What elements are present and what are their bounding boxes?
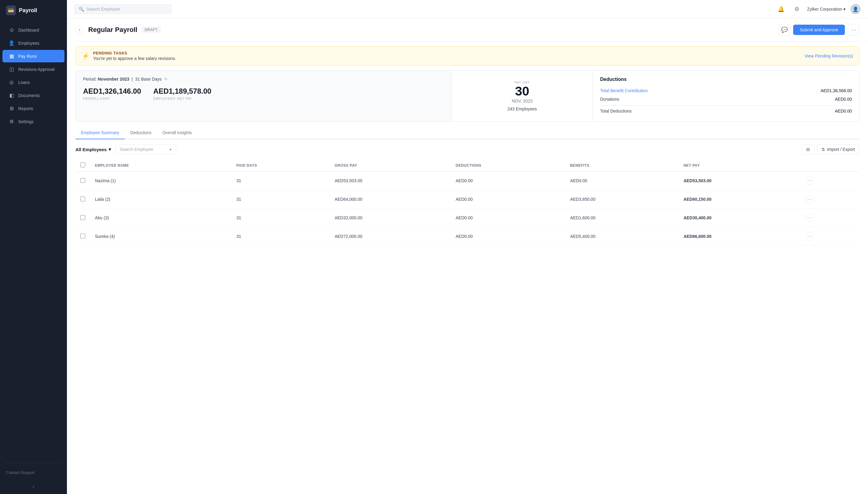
pending-content: PENDING TASKS You're yet to approve a fe…	[93, 51, 176, 61]
row-checkbox-3[interactable]	[80, 234, 85, 239]
import-export-button[interactable]: ⇅ Import / Export	[817, 144, 860, 154]
sidebar-item-dashboard[interactable]: ⊙ Dashboard	[2, 24, 64, 36]
sidebar-item-label: Documents	[18, 93, 40, 98]
sidebar-item-label: Reports	[18, 106, 33, 111]
sidebar-divider	[5, 463, 62, 463]
row-benefits: AED0.00	[565, 172, 679, 190]
row-action-button[interactable]: ⋯	[805, 195, 814, 204]
row-paid-days: 31	[231, 209, 330, 227]
row-action-cell: ⋯	[800, 172, 860, 190]
row-deductions: AED0.00	[451, 209, 565, 227]
row-action-button[interactable]: ⋯	[805, 176, 814, 185]
search-box[interactable]: 🔍 Search Employee	[74, 4, 172, 14]
row-action-button[interactable]: ⋯	[805, 213, 814, 222]
employee-table-body: Nazima (1) 31 AED53,503.00 AED0.00 AED0.…	[75, 172, 860, 246]
employee-table: EMPLOYEE NAME PAID DAYS GROSS PAY DEDUCT…	[75, 159, 860, 246]
row-action-cell: ⋯	[800, 227, 860, 246]
filter-button[interactable]: ⊟	[802, 144, 814, 154]
tab-overall-insights[interactable]: Overall Insights	[157, 127, 197, 139]
row-employee-name: Sureka (4)	[90, 227, 231, 246]
status-badge: DRAFT	[141, 27, 161, 33]
notifications-button[interactable]: 🔔	[775, 4, 787, 15]
select-all-checkbox[interactable]	[80, 163, 85, 167]
sidebar-item-label: Pay Runs	[18, 54, 37, 59]
col-benefits: BENEFITS	[565, 159, 679, 172]
sidebar-item-reports[interactable]: ⊞ Reports	[2, 102, 64, 115]
sidebar-item-documents[interactable]: ◧ Documents	[2, 89, 64, 101]
back-button[interactable]: ‹	[75, 25, 84, 34]
toolbar-right-actions: ⊟ ⇅ Import / Export	[802, 144, 860, 154]
col-gross-pay: GROSS PAY	[330, 159, 451, 172]
avatar[interactable]: 👤	[850, 4, 861, 14]
tabs: Employee Summary Deductions Overall Insi…	[75, 127, 860, 139]
page-header: ‹ Regular Payroll DRAFT 💬 Submit and App…	[67, 19, 868, 41]
row-benefits: AED3,850.00	[565, 190, 679, 209]
sidebar-item-employees[interactable]: 👤 Employees	[2, 37, 64, 49]
topbar: 🔍 Search Employee 🔔 ⚙ Zylker Corporation…	[67, 0, 868, 19]
sidebar-item-loans[interactable]: ◎ Loans	[2, 76, 64, 89]
donations-value: AED0.00	[835, 97, 852, 101]
row-employee-name: Abu (3)	[90, 209, 231, 227]
settings-button[interactable]: ⚙	[791, 4, 802, 15]
filter-label: All Employees	[75, 147, 107, 152]
row-gross-pay: AED32,000.00	[330, 209, 451, 227]
contact-support[interactable]: Contact Support	[0, 466, 67, 479]
all-employees-filter[interactable]: All Employees ▾	[75, 147, 111, 152]
employees-icon: 👤	[8, 40, 15, 46]
submit-approve-button[interactable]: Submit and Approve	[793, 25, 845, 35]
more-options-button[interactable]: ⋯	[848, 24, 860, 36]
loans-icon: ◎	[8, 79, 15, 85]
payroll-cost-label: PAYROLL COST	[83, 97, 141, 100]
sidebar-item-revisions-approval[interactable]: ◫ Revisions Approval	[2, 63, 64, 75]
comment-button[interactable]: 💬	[778, 24, 790, 36]
sidebar-item-label: Settings	[18, 119, 34, 124]
row-checkbox-2[interactable]	[80, 215, 85, 220]
row-gross-pay: AED53,503.00	[330, 172, 451, 190]
total-benefit-value: AED1,36,568.00	[820, 88, 852, 93]
tab-employee-summary[interactable]: Employee Summary	[75, 127, 125, 139]
sidebar-item-settings[interactable]: ⚙ Settings	[2, 115, 64, 128]
row-checkbox-0[interactable]	[80, 178, 85, 183]
table-header-row: EMPLOYEE NAME PAID DAYS GROSS PAY DEDUCT…	[75, 159, 860, 172]
view-pending-revisions-link[interactable]: View Pending Revision(s)	[805, 54, 853, 58]
row-action-button[interactable]: ⋯	[805, 232, 814, 241]
row-checkbox-cell	[75, 172, 90, 190]
dashboard-icon: ⊙	[8, 27, 15, 33]
pay-day-number: 30	[515, 84, 529, 98]
app-logo: 💳 Payroll	[0, 0, 67, 21]
row-gross-pay: AED72,000.00	[330, 227, 451, 246]
net-pay-label: EMPLOYEES' NET PAY	[153, 97, 211, 100]
row-checkbox-1[interactable]	[80, 196, 85, 202]
net-pay-metric: AED1,189,578.00 EMPLOYEES' NET PAY	[153, 87, 211, 100]
deduction-row-benefit: Total Benefit Contribution AED1,36,568.0…	[600, 87, 852, 95]
row-checkbox-cell	[75, 227, 90, 246]
search-placeholder: Search Employee	[87, 7, 120, 12]
filter-chevron-icon: ▾	[109, 147, 111, 152]
row-benefits: AED5,400.00	[565, 227, 679, 246]
total-deductions-label: Total Deductions	[600, 109, 632, 113]
base-days: 31 Base Days	[135, 77, 162, 81]
sidebar-item-pay-runs[interactable]: ▦ Pay Runs	[2, 50, 64, 62]
summary-period: Period: November 2023 | 31 Base Days ✎	[83, 77, 444, 81]
search-employee-dropdown[interactable]: Search Employee ▾	[115, 144, 176, 154]
topbar-right: 🔔 ⚙ Zylker Corporation ▾ 👤	[775, 4, 861, 15]
tab-deductions[interactable]: Deductions	[125, 127, 157, 139]
row-gross-pay: AED64,000.00	[330, 190, 451, 209]
table-toolbar: All Employees ▾ Search Employee ▾ ⊟ ⇅ Im…	[75, 144, 860, 154]
search-dropdown-icon: ▾	[169, 147, 172, 152]
table-row: Laila (2) 31 AED64,000.00 AED0.00 AED3,8…	[75, 190, 860, 209]
table-row: Sureka (4) 31 AED72,000.00 AED0.00 AED5,…	[75, 227, 860, 246]
edit-period-icon[interactable]: ✎	[164, 77, 168, 81]
row-net-pay: AED66,600.00	[679, 227, 800, 246]
documents-icon: ◧	[8, 93, 15, 98]
page-title: Regular Payroll	[88, 26, 137, 34]
col-paid-days: PAID DAYS	[231, 159, 330, 172]
org-selector[interactable]: Zylker Corporation ▾	[807, 7, 846, 12]
table-area: All Employees ▾ Search Employee ▾ ⊟ ⇅ Im…	[67, 139, 868, 251]
total-benefit-contribution-link[interactable]: Total Benefit Contribution	[600, 88, 648, 93]
pending-title: PENDING TASKS	[93, 51, 176, 55]
page-header-actions: 💬 Submit and Approve ⋯	[778, 24, 860, 36]
chevron-down-icon: ▾	[843, 7, 846, 12]
row-net-pay: AED53,503.00	[679, 172, 800, 190]
sidebar-collapse-button[interactable]: ‹	[0, 479, 67, 494]
